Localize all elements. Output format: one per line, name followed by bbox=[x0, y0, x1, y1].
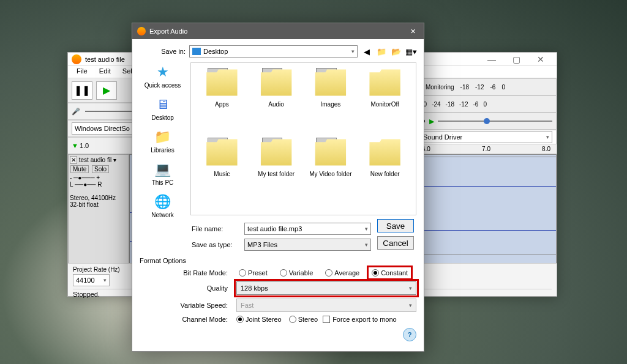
channel-radio-stereo[interactable]: Stereo bbox=[289, 316, 318, 323]
dialog-app-icon bbox=[137, 27, 146, 35]
place-desktop[interactable]: 🖥Desktop bbox=[151, 96, 174, 121]
place-network[interactable]: 🌐Network bbox=[151, 193, 174, 218]
radio-icon bbox=[289, 316, 296, 323]
channel-radio-joint-stereo[interactable]: Joint Stereo bbox=[236, 316, 282, 323]
folder-item[interactable]: New folder bbox=[359, 138, 411, 205]
folder-item[interactable]: Apps bbox=[196, 68, 248, 135]
track-name: test audio fil bbox=[79, 157, 111, 163]
folder-icon bbox=[368, 68, 402, 97]
new-folder-icon[interactable]: 📂 bbox=[391, 46, 402, 57]
quality-label: Quality bbox=[176, 284, 231, 292]
place-quick-access[interactable]: ★Quick access bbox=[145, 64, 181, 89]
export-audio-dialog: Export Audio ✕ Save in: Desktop ▾ ◀ 📁 📂 … bbox=[132, 23, 424, 352]
radio-icon bbox=[236, 316, 244, 323]
force-mono-checkbox[interactable]: Force export to mono bbox=[323, 316, 397, 323]
folder-item[interactable]: Images bbox=[305, 68, 357, 135]
folder-label: My test folder bbox=[250, 171, 302, 177]
dialog-close-icon[interactable]: ✕ bbox=[407, 28, 419, 35]
pause-button[interactable]: ❚❚ bbox=[72, 81, 92, 100]
desktop-icon bbox=[192, 48, 201, 55]
pan-l: L bbox=[70, 181, 73, 188]
places-sidebar: ★Quick access🖥Desktop📁Libraries💻This PC🌐… bbox=[140, 62, 186, 215]
folder-label: My Video folder bbox=[305, 171, 357, 177]
mute-button[interactable]: Mute bbox=[70, 165, 89, 173]
format-options: Format Options Bit Rate Mode: PresetVari… bbox=[140, 257, 416, 341]
channel-label: Channel Mode: bbox=[176, 316, 231, 323]
libraries-icon: 📁 bbox=[152, 128, 172, 146]
this-pc-icon: 💻 bbox=[153, 161, 173, 178]
place-libraries[interactable]: 📁Libraries bbox=[151, 128, 174, 154]
folder-label: New folder bbox=[359, 171, 411, 177]
up-folder-icon[interactable]: 📁 bbox=[376, 46, 387, 57]
view-menu-icon[interactable]: ▦▾ bbox=[405, 46, 416, 57]
audacity-app-icon bbox=[72, 54, 81, 64]
varspeed-combo: Fast▾ bbox=[236, 299, 416, 312]
filename-label: File name: bbox=[192, 225, 239, 232]
dialog-titlebar: Export Audio ✕ bbox=[132, 23, 424, 39]
folder-icon bbox=[368, 138, 402, 167]
radio-icon bbox=[280, 269, 287, 277]
radio-icon bbox=[325, 269, 332, 277]
folder-label: Audio bbox=[250, 101, 302, 108]
track-close-icon[interactable]: ✕ bbox=[70, 156, 77, 164]
window-max-icon[interactable]: ▢ bbox=[504, 53, 528, 66]
bitrate-radio-variable[interactable]: Variable bbox=[277, 268, 316, 278]
desktop-icon: 🖥 bbox=[153, 96, 173, 113]
bitrate-radio-preset[interactable]: Preset bbox=[236, 268, 270, 278]
place-this-pc[interactable]: 💻This PC bbox=[152, 161, 174, 186]
network-icon: 🌐 bbox=[153, 193, 173, 210]
dialog-title: Export Audio bbox=[149, 28, 187, 35]
output-combo[interactable]: Sound Driver▾ bbox=[420, 131, 552, 143]
quick-access-icon: ★ bbox=[153, 64, 173, 81]
folder-item[interactable]: MonitorOff bbox=[359, 68, 411, 135]
varspeed-label: Variable Speed: bbox=[176, 302, 231, 309]
savein-combo[interactable]: Desktop ▾ bbox=[189, 45, 358, 58]
bitrate-label: Bit Rate Mode: bbox=[176, 269, 231, 277]
waveform-right[interactable] bbox=[416, 157, 557, 254]
bitrate-radio-constant[interactable]: Constant bbox=[369, 268, 410, 278]
audacity-right-pane: rt Monitoring -18-12-60 30-24-18-12-60 ↻… bbox=[416, 78, 557, 254]
folder-icon bbox=[314, 68, 348, 97]
folder-label: Images bbox=[305, 101, 357, 108]
savetype-combo[interactable]: MP3 Files▾ bbox=[244, 239, 371, 251]
cancel-button[interactable]: Cancel bbox=[377, 236, 414, 250]
folder-item[interactable]: Music bbox=[196, 138, 248, 205]
bitrate-radio-average[interactable]: Average bbox=[323, 268, 362, 278]
play-icon: ▶ bbox=[103, 84, 110, 96]
play-icon-2[interactable]: ▶ bbox=[429, 117, 434, 125]
monitor-label: rt Monitoring bbox=[420, 84, 454, 91]
folder-item[interactable]: My test folder bbox=[250, 138, 302, 205]
audacity-title: test audio file bbox=[85, 53, 125, 66]
menu-file[interactable]: File bbox=[72, 66, 92, 76]
quality-combo[interactable]: 128 kbps▾ bbox=[236, 281, 416, 295]
pan-r: R bbox=[97, 181, 102, 188]
folder-icon bbox=[205, 138, 239, 167]
help-icon[interactable]: ? bbox=[403, 328, 416, 341]
back-icon[interactable]: ◀ bbox=[361, 46, 372, 57]
format-options-title: Format Options bbox=[140, 257, 416, 264]
track-header: ✕ test audio fil ▾ Mute Solo - ─●─── + L… bbox=[68, 154, 129, 270]
mic-icon: 🎤 bbox=[72, 108, 80, 116]
solo-button[interactable]: Solo bbox=[92, 165, 109, 173]
menu-edit[interactable]: Edit bbox=[94, 66, 116, 76]
savetype-label: Save as type: bbox=[192, 241, 239, 248]
folder-icon bbox=[205, 68, 239, 97]
folder-item[interactable]: Audio bbox=[250, 68, 302, 135]
filename-input[interactable]: test audio file.mp3▾ bbox=[244, 223, 371, 235]
play-button[interactable]: ▶ bbox=[96, 81, 117, 100]
savein-label: Save in: bbox=[140, 48, 186, 55]
window-min-icon[interactable]: — bbox=[479, 53, 504, 66]
radio-icon bbox=[239, 269, 246, 277]
zoom-value: 1.0 bbox=[80, 142, 89, 149]
folder-item[interactable]: My Video folder bbox=[305, 138, 357, 205]
pause-icon: ❚❚ bbox=[74, 84, 90, 96]
checkbox-icon bbox=[323, 316, 330, 323]
project-rate-combo[interactable]: 44100▾ bbox=[73, 274, 110, 286]
folder-icon bbox=[259, 68, 293, 97]
track-info-2: 32-bit float bbox=[70, 201, 99, 208]
radio-icon bbox=[372, 269, 379, 277]
file-grid[interactable]: AppsAudioImagesMonitorOffMusicMy test fo… bbox=[190, 62, 416, 215]
track-info-1: Stereo, 44100Hz bbox=[70, 195, 116, 201]
save-button[interactable]: Save bbox=[377, 219, 414, 232]
window-close-icon[interactable]: ✕ bbox=[528, 53, 553, 66]
